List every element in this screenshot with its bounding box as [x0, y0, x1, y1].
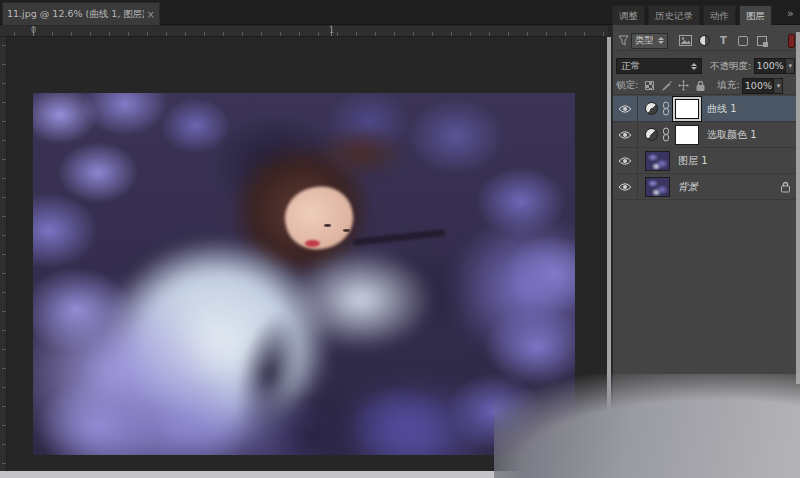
- photoshop-window: 11.jpg @ 12.6% (曲线 1, 图层蒙版/8) * × 调整 历史记…: [0, 0, 800, 478]
- fill-value[interactable]: 100%: [742, 78, 774, 94]
- opacity-value[interactable]: 100%: [754, 58, 786, 74]
- layer-name[interactable]: 选取颜色 1: [707, 128, 800, 142]
- filter-pixel-layers-icon[interactable]: [678, 34, 693, 48]
- layer-row-background[interactable]: 背景: [613, 174, 800, 200]
- visibility-toggle[interactable]: [613, 148, 638, 174]
- panel-tab-layers[interactable]: 图层: [739, 5, 772, 25]
- blend-mode-dropdown[interactable]: 正常: [616, 58, 702, 74]
- blend-mode-row: 正常 不透明度: 100% ▾: [613, 56, 800, 76]
- fill-label: 填充:: [717, 79, 739, 92]
- background-lock-icon: [780, 181, 791, 193]
- filter-smart-object-layers-icon[interactable]: [754, 34, 769, 48]
- layer-thumbnail[interactable]: [645, 177, 670, 197]
- layer-name[interactable]: 背景: [678, 180, 780, 194]
- photo-detail: [343, 229, 350, 232]
- lock-transparent-pixels-icon[interactable]: [643, 79, 656, 92]
- visibility-toggle[interactable]: [613, 96, 638, 122]
- filter-kind-label: 类型: [635, 34, 654, 47]
- close-tab-icon[interactable]: ×: [147, 9, 155, 20]
- photo-detail: [315, 126, 407, 180]
- collapse-panels-icon[interactable]: »: [787, 5, 794, 25]
- lock-all-icon[interactable]: [694, 79, 707, 92]
- opacity-dropdown-arrow-icon[interactable]: ▾: [786, 58, 795, 74]
- eye-icon: [618, 104, 632, 114]
- visibility-toggle[interactable]: [613, 174, 638, 200]
- layer-row-layer-1[interactable]: 图层 1: [613, 148, 800, 174]
- layer-name[interactable]: 曲线 1: [707, 102, 800, 116]
- vertical-ruler: [0, 37, 7, 471]
- lock-row: 锁定: 填充: 100% ▾: [613, 77, 800, 95]
- adjustment-layer-icon: [645, 102, 658, 115]
- filter-shape-layers-icon[interactable]: [735, 34, 750, 48]
- panel-scrollbar[interactable]: [796, 32, 800, 384]
- filter-adjustment-layers-icon[interactable]: [697, 34, 712, 48]
- filter-type-layers-icon[interactable]: T: [716, 34, 731, 48]
- mask-link-icon[interactable]: [662, 127, 670, 142]
- document-tab[interactable]: 11.jpg @ 12.6% (曲线 1, 图层蒙版/8) * ×: [2, 2, 160, 25]
- photo-detail: [450, 212, 575, 364]
- photo-detail: [324, 224, 331, 227]
- panel-tab-bar: 调整 历史记录 动作 图层 »: [612, 5, 800, 25]
- layer-mask-thumbnail[interactable]: [675, 125, 699, 145]
- layer-row-selective-color-1[interactable]: 选取颜色 1: [613, 122, 800, 148]
- panel-tab-history[interactable]: 历史记录: [648, 5, 700, 25]
- filter-kind-dropdown[interactable]: 类型: [631, 33, 668, 49]
- mask-link-icon[interactable]: [662, 101, 670, 116]
- horizontal-ruler: 0 1: [0, 26, 608, 37]
- layer-name[interactable]: 图层 1: [678, 154, 800, 168]
- fill-dropdown-arrow-icon[interactable]: ▾: [774, 78, 783, 94]
- lock-position-icon[interactable]: [677, 79, 690, 92]
- opacity-label: 不透明度:: [710, 60, 751, 73]
- gradient-watermark: [494, 374, 800, 478]
- filter-on-off-toggle[interactable]: [788, 34, 795, 48]
- layer-list: 曲线 1 选取颜色 1 图层 1: [613, 96, 800, 200]
- updown-arrows-icon: [658, 37, 664, 44]
- lock-label: 锁定:: [616, 79, 638, 92]
- ruler-label: 1: [329, 26, 334, 35]
- photo-detail: [331, 379, 499, 455]
- filter-funnel-icon: [618, 35, 629, 46]
- eye-icon: [618, 182, 632, 192]
- updown-arrows-icon: [691, 63, 697, 70]
- adjustment-layer-icon: [645, 128, 658, 141]
- eye-icon: [618, 156, 632, 166]
- panel-tab-actions[interactable]: 动作: [703, 5, 736, 25]
- layer-row-curves-1[interactable]: 曲线 1: [613, 96, 800, 122]
- layer-filter-row: 类型 T: [613, 31, 800, 51]
- ruler-label: 0: [31, 26, 36, 35]
- document-tab-bar: 11.jpg @ 12.6% (曲线 1, 图层蒙版/8) * × 调整 历史记…: [0, 0, 800, 25]
- eye-icon: [618, 130, 632, 140]
- panel-tab-adjustments[interactable]: 调整: [612, 5, 645, 25]
- visibility-toggle[interactable]: [613, 122, 638, 148]
- layer-thumbnail[interactable]: [645, 151, 670, 171]
- blend-mode-value: 正常: [621, 60, 640, 73]
- lock-image-pixels-icon[interactable]: [660, 79, 673, 92]
- layer-mask-thumbnail[interactable]: [675, 99, 699, 119]
- document-tab-title: 11.jpg @ 12.6% (曲线 1, 图层蒙版/8) *: [7, 8, 144, 21]
- lock-icons: [641, 79, 709, 92]
- photo-detail: [288, 249, 434, 350]
